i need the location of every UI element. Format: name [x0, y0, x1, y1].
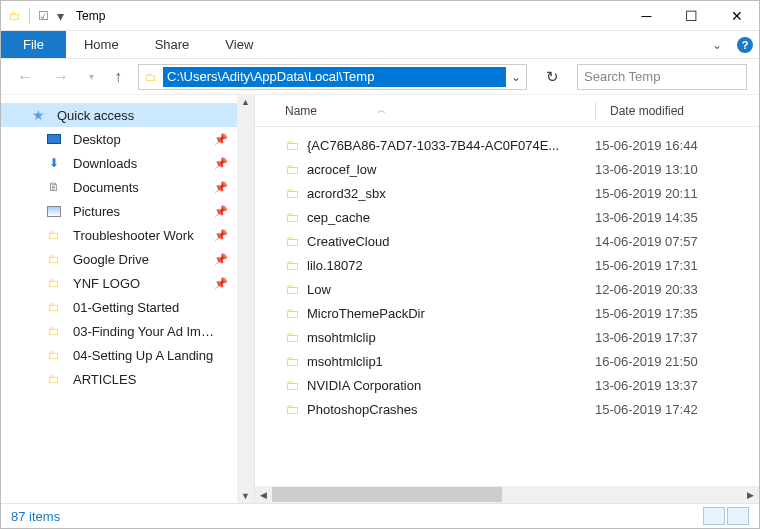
file-row[interactable]: 🗀 msohtmlclip 13-06-2019 17:37: [255, 325, 759, 349]
column-headers[interactable]: Name︿ Date modified: [255, 95, 759, 127]
thumbnails-view-button[interactable]: [727, 507, 749, 525]
folder-icon: 🗀: [45, 226, 63, 244]
column-name[interactable]: Name︿: [285, 104, 595, 118]
horizontal-scrollbar[interactable]: ◀ ▶: [255, 486, 759, 503]
sidebar-item[interactable]: 🗀 04-Setting Up A Landing: [1, 343, 254, 367]
expand-ribbon-icon[interactable]: ⌄: [703, 31, 731, 58]
file-row[interactable]: 🗀 MicroThemePackDir 15-06-2019 17:35: [255, 301, 759, 325]
folder-icon: 🗀: [285, 185, 307, 201]
address-dropdown-icon[interactable]: ⌄: [506, 70, 526, 84]
sidebar-item[interactable]: 🗀 Google Drive 📌: [1, 247, 254, 271]
file-date: 16-06-2019 21:50: [595, 354, 698, 369]
pin-icon: 📌: [214, 277, 228, 290]
sidebar-item[interactable]: 🗀 01-Getting Started: [1, 295, 254, 319]
help-icon: ?: [737, 37, 753, 53]
address-bar[interactable]: 🗀 ⌄: [138, 64, 527, 90]
file-name: Low: [307, 282, 595, 297]
file-row[interactable]: 🗀 acrocef_low 13-06-2019 13:10: [255, 157, 759, 181]
downloads-icon: ⬇: [45, 154, 63, 172]
pin-icon: 📌: [214, 229, 228, 242]
help-button[interactable]: ?: [731, 31, 759, 58]
properties-icon[interactable]: ☑: [38, 9, 49, 23]
sidebar-item[interactable]: 🗀 YNF LOGO 📌: [1, 271, 254, 295]
scroll-right-icon[interactable]: ▶: [742, 490, 759, 500]
address-input[interactable]: [163, 67, 506, 87]
folder-icon: 🗀: [45, 250, 63, 268]
file-row[interactable]: 🗀 acrord32_sbx 15-06-2019 20:11: [255, 181, 759, 205]
tab-view[interactable]: View: [207, 31, 271, 58]
column-divider[interactable]: [595, 102, 596, 120]
details-view-button[interactable]: [703, 507, 725, 525]
file-name: MicroThemePackDir: [307, 306, 595, 321]
folder-icon: 🗀: [45, 346, 63, 364]
scroll-up-icon[interactable]: ▲: [241, 97, 250, 107]
item-count: 87 items: [11, 509, 60, 524]
file-row[interactable]: 🗀 lilo.18072 15-06-2019 17:31: [255, 253, 759, 277]
content-area: ★ Quick access Desktop 📌⬇ Downloads 📌🗎 D…: [1, 95, 759, 503]
forward-button[interactable]: →: [49, 68, 73, 86]
sidebar-item-label: Troubleshooter Work: [73, 228, 204, 243]
sidebar-quick-access[interactable]: ★ Quick access: [1, 103, 254, 127]
sidebar-item-label: 03-Finding Your Ad Image: [73, 324, 218, 339]
scrollbar-thumb[interactable]: [272, 487, 502, 502]
file-date: 12-06-2019 20:33: [595, 282, 698, 297]
file-row[interactable]: 🗀 CreativeCloud 14-06-2019 07:57: [255, 229, 759, 253]
file-row[interactable]: 🗀 PhotoshopCrashes 15-06-2019 17:42: [255, 397, 759, 421]
sidebar-item[interactable]: ⬇ Downloads 📌: [1, 151, 254, 175]
file-tab[interactable]: File: [1, 31, 66, 58]
search-input[interactable]: [584, 69, 752, 84]
window-title: Temp: [76, 9, 105, 23]
file-row[interactable]: 🗀 cep_cache 13-06-2019 14:35: [255, 205, 759, 229]
folder-icon: 🗀: [45, 322, 63, 340]
search-box[interactable]: [577, 64, 747, 90]
sidebar-item[interactable]: 🗀 Troubleshooter Work 📌: [1, 223, 254, 247]
file-name: CreativeCloud: [307, 234, 595, 249]
column-date[interactable]: Date modified: [610, 104, 684, 118]
folder-icon: 🗀: [45, 370, 63, 388]
pin-icon: 📌: [214, 133, 228, 146]
scroll-left-icon[interactable]: ◀: [255, 490, 272, 500]
sidebar-item[interactable]: Pictures 📌: [1, 199, 254, 223]
folder-icon: 🗀: [285, 305, 307, 321]
sidebar-item-label: Quick access: [57, 108, 254, 123]
file-row[interactable]: 🗀 Low 12-06-2019 20:33: [255, 277, 759, 301]
minimize-button[interactable]: ─: [624, 1, 669, 31]
tab-share[interactable]: Share: [137, 31, 208, 58]
navigation-pane[interactable]: ★ Quick access Desktop 📌⬇ Downloads 📌🗎 D…: [1, 95, 255, 503]
sidebar-scrollbar[interactable]: ▲▼: [237, 95, 254, 503]
file-name: acrocef_low: [307, 162, 595, 177]
file-name: msohtmlclip1: [307, 354, 595, 369]
file-date: 13-06-2019 13:37: [595, 378, 698, 393]
sidebar-item[interactable]: 🗀 03-Finding Your Ad Image: [1, 319, 254, 343]
back-button[interactable]: ←: [13, 68, 37, 86]
sidebar-item[interactable]: Desktop 📌: [1, 127, 254, 151]
file-row[interactable]: 🗀 NVIDIA Corporation 13-06-2019 13:37: [255, 373, 759, 397]
file-list[interactable]: 🗀 {AC76BA86-7AD7-1033-7B44-AC0F074E... 1…: [255, 127, 759, 486]
folder-icon: 🗀: [45, 298, 63, 316]
qat-dropdown-icon[interactable]: ▾: [57, 8, 64, 24]
ribbon-tabs: File Home Share View ⌄ ?: [1, 31, 759, 59]
file-date: 15-06-2019 17:42: [595, 402, 698, 417]
maximize-button[interactable]: ☐: [669, 1, 714, 31]
recent-dropdown-icon[interactable]: ▾: [85, 71, 98, 82]
sort-indicator-icon: ︿: [377, 104, 386, 117]
title-bar: 🗀 ☑ ▾ Temp ─ ☐ ✕: [1, 1, 759, 31]
pin-icon: 📌: [214, 181, 228, 194]
sidebar-item-label: 04-Setting Up A Landing: [73, 348, 218, 363]
sidebar-item[interactable]: 🗀 ARTICLES: [1, 367, 254, 391]
refresh-button[interactable]: ↻: [539, 64, 565, 90]
tab-home[interactable]: Home: [66, 31, 137, 58]
scroll-down-icon[interactable]: ▼: [241, 491, 250, 501]
sidebar-item[interactable]: 🗎 Documents 📌: [1, 175, 254, 199]
sidebar-item-label: Google Drive: [73, 252, 204, 267]
folder-icon: 🗀: [285, 281, 307, 297]
file-row[interactable]: 🗀 msohtmlclip1 16-06-2019 21:50: [255, 349, 759, 373]
folder-icon: 🗀: [285, 353, 307, 369]
sidebar-item-label: YNF LOGO: [73, 276, 204, 291]
quick-access-toolbar: 🗀 ☑ ▾: [9, 8, 64, 24]
folder-icon: 🗀: [285, 161, 307, 177]
close-button[interactable]: ✕: [714, 1, 759, 31]
file-row[interactable]: 🗀 {AC76BA86-7AD7-1033-7B44-AC0F074E... 1…: [255, 133, 759, 157]
file-date: 15-06-2019 17:31: [595, 258, 698, 273]
up-button[interactable]: ↑: [110, 68, 126, 86]
